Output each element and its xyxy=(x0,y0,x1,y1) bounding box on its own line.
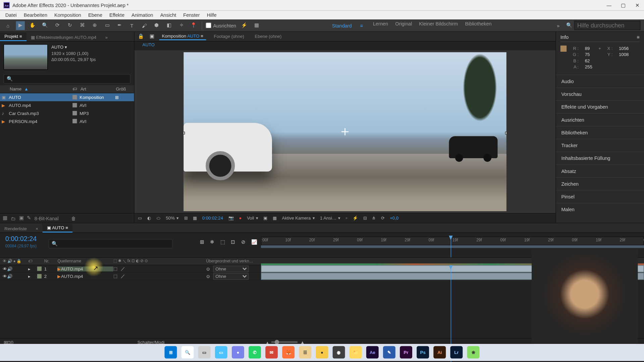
snap-options-icon[interactable]: ⚡ xyxy=(240,21,249,30)
workspace-learn[interactable]: Lernen xyxy=(373,21,388,30)
taskbar-app[interactable]: ✎ xyxy=(383,346,395,359)
workspace-small[interactable]: Kleiner Bildschirm xyxy=(419,21,458,30)
taskbar-app[interactable]: ▭ xyxy=(198,346,211,359)
adjust-icon[interactable]: ✎ xyxy=(27,215,31,221)
taskbar-app[interactable]: ⊞ xyxy=(165,346,177,359)
lock-switch-icon[interactable]: 🔒 xyxy=(16,259,21,263)
resolution-dropdown[interactable]: Voll ▾ xyxy=(247,216,258,221)
interpret-icon[interactable]: ▦ xyxy=(3,215,7,221)
taskbar-app[interactable]: ❀ xyxy=(467,346,480,359)
tab-renderqueue[interactable]: Renderliste xyxy=(0,225,31,232)
taskbar-app[interactable]: ▭ xyxy=(215,346,227,359)
tab-composition[interactable]: Komposition AUTO ≡ xyxy=(159,33,206,40)
layer-row[interactable]: 👁🔊 ▸ 2 ▶ AUTO.mp4 ⬚ ／ ⊙ Ohne xyxy=(0,273,261,280)
workspace-standard[interactable]: Standard xyxy=(328,21,355,30)
taskbar-app[interactable]: ● xyxy=(232,346,244,359)
audio-switch-icon[interactable]: 🔊 xyxy=(7,259,12,263)
transparency-icon[interactable]: ▦ xyxy=(193,216,197,221)
snap-checkbox[interactable]: Ausrichten xyxy=(206,22,236,28)
workspace-menu-icon[interactable]: ≡ xyxy=(357,21,366,30)
roto-tool-icon[interactable]: ✧ xyxy=(177,21,185,30)
solo-switch-icon[interactable]: ● xyxy=(13,259,16,263)
draft3d-icon[interactable]: ⬚ xyxy=(220,239,225,245)
panel-menu-icon[interactable]: ≡ xyxy=(637,35,639,40)
panel-tracker[interactable]: Tracker xyxy=(556,139,644,152)
project-item[interactable]: ▣ AUTO Komposition ⊞ xyxy=(0,93,134,101)
alpha-icon[interactable]: ◐ xyxy=(147,216,151,221)
stamp-tool-icon[interactable]: ⬢ xyxy=(152,21,161,30)
taskbar-app[interactable]: ☰ xyxy=(299,346,311,359)
comp-flowchart[interactable]: AUTO xyxy=(135,42,555,50)
motion-blur-icon[interactable]: ⊘ xyxy=(241,239,245,245)
zoom-tool-icon[interactable]: 🔍 xyxy=(41,21,49,30)
tab-project[interactable]: Projekt ≡ xyxy=(0,33,26,41)
brush-tool-icon[interactable]: 🖌 xyxy=(140,21,149,30)
frame-blend-icon[interactable]: ⊡ xyxy=(231,239,235,245)
panel-zeichen[interactable]: Zeichen xyxy=(556,177,644,190)
shape-tool-icon[interactable]: ▭ xyxy=(103,21,111,30)
panel-bibliotheken[interactable]: Bibliotheken xyxy=(556,126,644,139)
shy-icon[interactable]: ❄ xyxy=(210,239,214,245)
color-icon[interactable]: ● xyxy=(239,216,241,221)
menu-effekte[interactable]: Effekte xyxy=(106,11,128,18)
selection-tool-icon[interactable]: ▶ xyxy=(16,21,24,30)
taskbar-app[interactable]: 🦊 xyxy=(282,346,294,359)
menu-komposition[interactable]: Komposition xyxy=(51,11,85,18)
panel-malen[interactable]: Malen xyxy=(556,203,644,216)
close-button[interactable]: ✕ xyxy=(634,2,640,8)
taskbar-app[interactable]: Ai xyxy=(433,346,446,359)
workspace-overflow-icon[interactable]: » xyxy=(554,21,562,30)
pixel-aspect-icon[interactable]: ▫ xyxy=(346,216,347,221)
channel-icon[interactable]: ⬭ xyxy=(157,216,161,221)
camera-tool-icon[interactable]: ⌘ xyxy=(78,21,87,30)
taskbar-app[interactable]: ✆ xyxy=(249,346,261,359)
taskbar-app[interactable]: ◉ xyxy=(333,346,345,359)
camera-dropdown[interactable]: Aktive Kamera ▾ xyxy=(282,216,315,221)
minimize-button[interactable]: — xyxy=(606,2,612,8)
fast-preview-icon[interactable]: ⚡ xyxy=(353,216,358,221)
taskbar-app[interactable]: Pr xyxy=(400,346,412,359)
panel-ausrichten[interactable]: Ausrichten xyxy=(556,113,644,126)
composition-viewer[interactable] xyxy=(135,50,555,213)
views-dropdown[interactable]: 1 Ansi… ▾ xyxy=(320,216,340,221)
graph-icon[interactable]: 📈 xyxy=(251,239,257,245)
taskbar-app[interactable]: ✉ xyxy=(265,346,278,359)
grid-icon[interactable]: ▦ xyxy=(273,216,277,221)
workspace-libraries[interactable]: Bibliotheken xyxy=(465,21,492,30)
anchor-tool-icon[interactable]: ⊕ xyxy=(90,21,99,30)
flowchart-icon[interactable]: ⋔ xyxy=(372,216,376,221)
taskbar-app[interactable]: Ae xyxy=(366,346,379,359)
snapshot-icon[interactable]: 📷 xyxy=(228,216,234,221)
rotate-tool-icon[interactable]: ↻ xyxy=(65,21,74,30)
hand-tool-icon[interactable]: ✋ xyxy=(28,21,37,30)
panel-effekte-und-vorgaben[interactable]: Effekte und Vorgaben xyxy=(556,100,644,113)
timeline-icon[interactable]: ⊟ xyxy=(363,216,367,221)
workspace-original[interactable]: Original xyxy=(395,21,412,30)
reset-exposure-icon[interactable]: ⟳ xyxy=(381,216,385,221)
tab-layer[interactable]: Ebene (ohne) xyxy=(252,33,284,40)
timeline-search-input[interactable]: 🔍 xyxy=(49,239,172,248)
project-item[interactable]: ♪ Car Crash.mp3 MP3 xyxy=(0,109,134,117)
video-switch-icon[interactable]: 👁 xyxy=(3,259,7,263)
project-item[interactable]: ▶ PERSON.mp4 AVI xyxy=(0,117,134,125)
menu-bearbeiten[interactable]: Bearbeiten xyxy=(20,11,51,18)
exposure-value[interactable]: +0,0 xyxy=(390,216,398,221)
panel-pinsel[interactable]: Pinsel xyxy=(556,190,644,203)
taskbar-app[interactable]: ● xyxy=(316,346,328,359)
taskbar-app[interactable]: 📁 xyxy=(350,346,362,359)
tab-footage[interactable]: Footage (ohne) xyxy=(211,33,247,40)
maximize-button[interactable]: ▢ xyxy=(620,2,626,8)
panel-inhaltsbasierte-füllung[interactable]: Inhaltsbasierte Füllung xyxy=(556,152,644,164)
bit-depth[interactable]: 8-Bit-Kanal xyxy=(35,216,59,221)
menu-hilfe[interactable]: Hilfe xyxy=(203,11,220,18)
lock-icon[interactable]: 🔒 xyxy=(138,34,144,39)
pen-tool-icon[interactable]: ✒ xyxy=(115,21,124,30)
puppet-tool-icon[interactable]: 📍 xyxy=(189,21,198,30)
playhead[interactable] xyxy=(450,236,451,257)
taskbar-app[interactable]: Ps xyxy=(417,346,429,359)
tab-timeline-comp[interactable]: ▣ AUTO ≡ xyxy=(43,224,72,233)
home-icon[interactable]: ⌂ xyxy=(4,21,12,30)
taskbar-app[interactable]: Lr xyxy=(450,346,463,359)
res-auto-icon[interactable]: ⊞ xyxy=(184,216,188,221)
zoom-dropdown[interactable]: 50% ▾ xyxy=(166,216,179,221)
